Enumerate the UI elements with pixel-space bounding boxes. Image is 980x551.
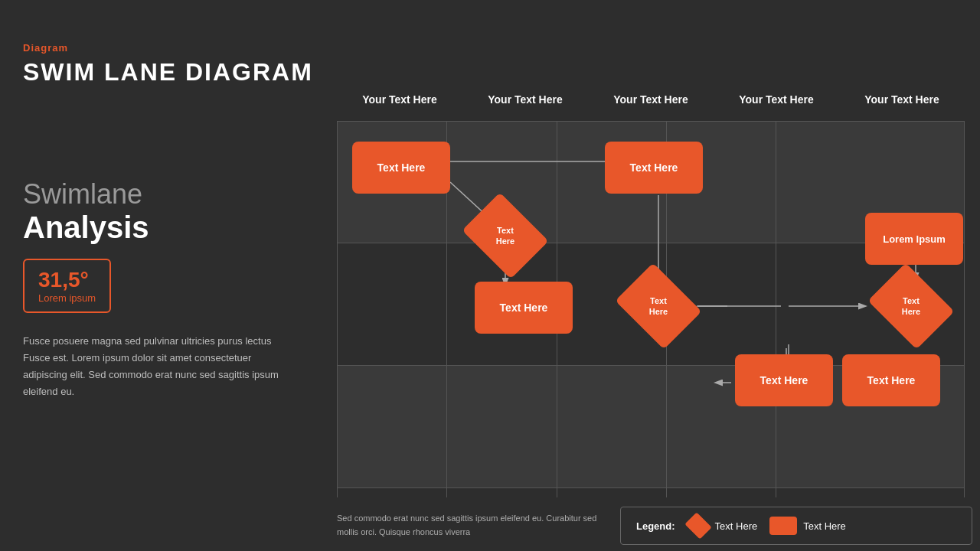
diamond3-text: TextHere [902,295,920,318]
shape-rect-6: Lorem Ipsum [865,213,963,265]
bottom-note: Sed commodo erat nunc sed sagittis ipsum… [329,512,605,539]
shape-rect-3: Text Here [475,282,573,334]
swimlane-light-text: Swimlane [23,178,322,210]
legend-diamond-icon [684,512,711,539]
legend-rect-icon [769,517,797,535]
shape-diamond-3: TextHere [873,274,949,338]
diamond1-text: TextHere [496,225,514,247]
page-title: SWIM LANE DIAGRAM [23,58,322,86]
shape-diamond-2: TextHere [620,274,697,338]
col-header-3: Your Text Here [588,84,714,115]
column-headers: Your Text Here Your Text Here Your Text … [337,84,965,115]
stat-box: 31,5° Lorem ipsum [23,259,111,313]
shape-rect-4: Text Here [735,354,833,406]
stat-number: 31,5° [38,268,96,292]
shape-diamond-1: TextHere [467,205,544,266]
col-header-1: Your Text Here [337,84,462,115]
col-header-2: Your Text Here [462,84,588,115]
legend-item-1-text: Text Here [715,520,758,532]
shape-rect-1: Text Here [352,142,450,194]
bottom-section: Sed commodo erat nunc sed sagittis ipsum… [322,507,980,545]
description-text: Fusce posuere magna sed pulvinar ultrici… [23,333,283,400]
legend-item-1: Text Here [688,517,758,534]
diagram-area: Your Text Here Your Text Here Your Text … [322,0,980,551]
left-panel: Diagram SWIM LANE DIAGRAM Swimlane Analy… [23,42,322,400]
diagram-label: Diagram [23,42,322,54]
legend-label: Legend: [636,520,675,532]
swimlane-title: Swimlane Analysis [23,178,322,245]
diamond2-text: TextHere [649,295,668,318]
stat-label: Lorem ipsum [38,292,96,304]
col-header-5: Your Text Here [839,84,965,115]
col-header-4: Your Text Here [714,84,839,115]
shape-rect-2: Text Here [605,142,703,194]
shape-rect-5: Text Here [842,354,940,406]
legend-box: Legend: Text Here Text Here [620,507,972,545]
legend-item-2: Text Here [769,517,846,535]
swimlane-bold-text: Analysis [23,210,322,245]
legend-item-2-text: Text Here [803,520,846,532]
